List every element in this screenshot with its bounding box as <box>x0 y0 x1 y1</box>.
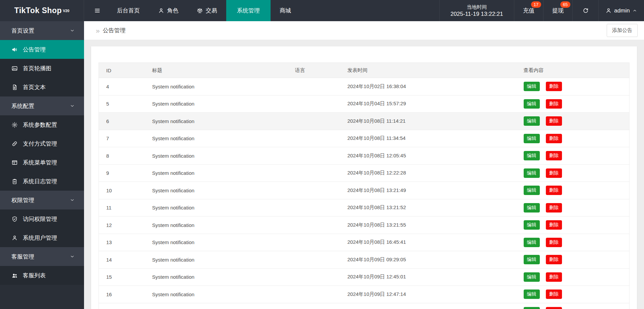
chevron-down-icon <box>70 103 75 109</box>
table-row: 15 System notification 2024年10月09日 12:45… <box>99 268 630 286</box>
sidebar-item[interactable]: 支付方式管理 <box>0 134 84 153</box>
cell-actions: 编辑 删除 <box>516 182 630 199</box>
edit-button[interactable]: 编辑 <box>524 289 540 299</box>
delete-button[interactable]: 删除 <box>546 272 562 282</box>
cell-actions: 编辑 删除 <box>516 164 630 182</box>
delete-button[interactable]: 删除 <box>546 116 562 126</box>
delete-button[interactable]: 删除 <box>546 220 562 230</box>
cell-date: 2024年10月09日 12:45:01 <box>340 268 516 286</box>
cell-date: 2024年10月02日 16:38:04 <box>340 78 516 95</box>
recharge-button[interactable]: 充值 17 <box>514 0 543 21</box>
edit-button[interactable]: 编辑 <box>524 186 540 195</box>
edit-button[interactable]: 编辑 <box>524 255 540 264</box>
cell-date: 2024年10月08日 12:22:28 <box>340 164 516 182</box>
table-row: 4 System notification 2024年10月02日 16:38:… <box>99 78 630 95</box>
table-row: 8 System notification 2024年10月08日 12:05:… <box>99 147 630 165</box>
hamburger-icon <box>94 7 100 14</box>
edit-button[interactable]: 编辑 <box>524 82 540 91</box>
sidebar-item-label: 系统参数配置 <box>23 121 57 129</box>
sidebar-item[interactable]: 首页轮播图 <box>0 59 84 78</box>
delete-button[interactable]: 删除 <box>546 307 562 309</box>
cell-title: System notification <box>145 182 288 199</box>
cell-title: System notification <box>145 268 288 286</box>
sidebar-item[interactable]: 系统日志管理 <box>0 172 84 191</box>
sidebar-item[interactable]: 系统参数配置 <box>0 115 84 134</box>
refresh-button[interactable] <box>572 0 598 21</box>
cell-language <box>288 234 340 251</box>
sidebar-group-label: 客服管理 <box>11 253 34 261</box>
cell-id: 13 <box>99 234 145 251</box>
nav-item-3[interactable]: 系统管理 <box>226 0 271 21</box>
sidebar-item[interactable]: 系统菜单管理 <box>0 153 84 172</box>
cell-language <box>288 286 340 303</box>
nav-item-label: 系统管理 <box>237 7 260 14</box>
nav-item-0[interactable]: 后台首页 <box>108 0 149 21</box>
sidebar-item-label: 支付方式管理 <box>23 140 57 148</box>
sidebar-toggle-button[interactable] <box>84 0 108 21</box>
edit-button[interactable]: 编辑 <box>524 220 540 230</box>
edit-button[interactable]: 编辑 <box>524 151 540 160</box>
sidebar-item[interactable]: 系统用户管理 <box>0 228 84 247</box>
user-menu[interactable]: admin <box>598 0 644 21</box>
cell-title: System notification <box>145 130 288 147</box>
sidebar-group-header-0[interactable]: 首页设置 <box>0 21 84 40</box>
sidebar-group-label: 首页设置 <box>11 27 34 35</box>
edit-button[interactable]: 编辑 <box>524 238 540 247</box>
delete-button[interactable]: 删除 <box>546 186 562 195</box>
delete-button[interactable]: 删除 <box>546 168 562 178</box>
nav-item-2[interactable]: 交易 <box>188 0 226 21</box>
delete-button[interactable]: 删除 <box>546 238 562 247</box>
table-row: 10 System notification 2024年10月08日 13:21… <box>99 182 630 199</box>
column-header-2: 语言 <box>288 63 340 78</box>
recharge-badge: 17 <box>531 1 541 8</box>
delete-button[interactable]: 删除 <box>546 134 562 143</box>
sidebar-item[interactable]: 首页文本 <box>0 78 84 96</box>
delete-button[interactable]: 删除 <box>546 151 562 160</box>
edit-button[interactable]: 编辑 <box>524 307 540 309</box>
delete-button[interactable]: 删除 <box>546 99 562 109</box>
withdraw-button[interactable]: 提现 65 <box>543 0 572 21</box>
table-row: 编辑 删除 <box>99 303 630 309</box>
cell-id: 6 <box>99 113 145 130</box>
delete-button[interactable]: 删除 <box>546 82 562 91</box>
sidebar-item[interactable]: 公告管理 <box>0 40 84 59</box>
sidebar-group-header-3[interactable]: 客服管理 <box>0 247 84 266</box>
cell-title: System notification <box>145 286 288 303</box>
cell-date: 2024年10月08日 12:05:45 <box>340 147 516 165</box>
delete-button[interactable]: 删除 <box>546 255 562 264</box>
sidebar-item-label: 客服列表 <box>23 272 46 279</box>
top-nav: 后台首页角色交易系统管理商城 <box>108 0 300 21</box>
sidebar-item-label: 公告管理 <box>23 46 46 53</box>
edit-button[interactable]: 编辑 <box>524 116 540 126</box>
cell-language <box>288 303 340 309</box>
cell-id: 7 <box>99 130 145 147</box>
scales-icon <box>197 7 203 14</box>
edit-button[interactable]: 编辑 <box>524 134 540 143</box>
cell-id: 14 <box>99 251 145 269</box>
cell-actions: 编辑 删除 <box>516 234 630 251</box>
nav-item-4[interactable]: 商城 <box>271 0 300 21</box>
edit-button[interactable]: 编辑 <box>524 99 540 109</box>
shield-check-icon <box>11 216 18 222</box>
delete-button[interactable]: 删除 <box>546 289 562 299</box>
sidebar-item[interactable]: 访问权限管理 <box>0 209 84 228</box>
nav-item-1[interactable]: 角色 <box>149 0 188 21</box>
edit-button[interactable]: 编辑 <box>524 168 540 178</box>
sidebar-item-label: 首页轮播图 <box>23 65 51 72</box>
sidebar-group-header-2[interactable]: 权限管理 <box>0 191 84 209</box>
edit-button[interactable]: 编辑 <box>524 272 540 282</box>
user-name: admin <box>614 7 630 14</box>
sidebar-item[interactable]: 客服列表 <box>0 266 84 285</box>
add-announcement-button[interactable]: 添加公告 <box>607 24 638 37</box>
cell-date: 2024年10月08日 11:34:54 <box>340 130 516 147</box>
chevron-down-icon <box>70 28 75 33</box>
users-icon <box>11 272 18 279</box>
delete-button[interactable]: 删除 <box>546 203 562 213</box>
person-icon <box>11 235 18 241</box>
column-header-0: ID <box>99 63 145 78</box>
edit-button[interactable]: 编辑 <box>524 203 540 213</box>
announcements-table: ID标题语言发表时间查看内容 4 System notification 202… <box>98 63 630 309</box>
menu-table-icon <box>11 159 18 166</box>
cell-date: 2024年10月08日 13:21:49 <box>340 182 516 199</box>
sidebar-group-header-1[interactable]: 系统配置 <box>0 96 84 115</box>
